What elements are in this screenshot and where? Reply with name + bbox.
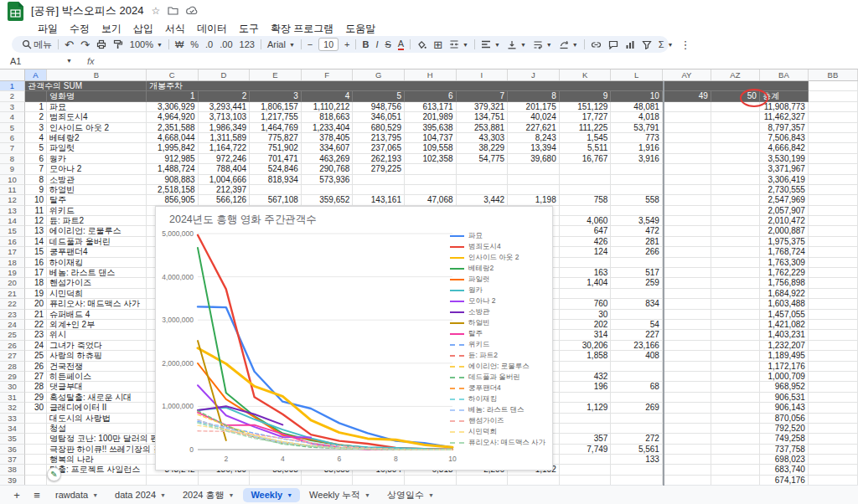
week-value-cell[interactable]: 1,311,589 <box>199 133 251 143</box>
week-value-cell[interactable]: 357 <box>560 434 612 444</box>
sheet-tab-rawdata[interactable]: rawdata▼ <box>48 488 106 502</box>
week-value-cell[interactable]: 613,171 <box>405 102 457 112</box>
cell[interactable] <box>809 102 858 112</box>
week-value-cell[interactable] <box>560 362 612 372</box>
movie-name-cell[interactable]: 명탐정 코난: 100만 달러의 펜타그램 <box>47 434 147 444</box>
cell[interactable] <box>809 133 858 143</box>
total-value-cell[interactable]: 698,023 <box>760 455 809 465</box>
week-value-cell[interactable]: 751,902 <box>250 143 302 153</box>
cell[interactable] <box>809 154 858 164</box>
row-header-19[interactable]: 19 <box>0 268 25 278</box>
rank-cell[interactable]: 26 <box>25 362 47 372</box>
cell[interactable] <box>809 445 858 455</box>
fill-color-button[interactable] <box>413 36 430 53</box>
week-value-cell[interactable]: 834 <box>611 299 663 309</box>
cell[interactable] <box>711 154 760 164</box>
week-value-cell[interactable]: 378,405 <box>302 133 354 143</box>
week-value-cell[interactable]: 1,129 <box>560 403 612 413</box>
column-header-B[interactable]: B <box>47 69 147 80</box>
week-value-cell[interactable]: 1,217,755 <box>250 112 302 122</box>
row-header-20[interactable]: 20 <box>0 278 25 288</box>
movie-name-cell[interactable]: 탈출: 프로젝트 사일런스 <box>47 465 147 475</box>
week-value-cell[interactable] <box>611 393 663 403</box>
print-button[interactable] <box>93 36 110 53</box>
select-all-corner[interactable] <box>0 69 25 80</box>
week-value-cell[interactable]: 567,108 <box>250 195 302 205</box>
more-formats-button[interactable]: 123 <box>236 36 258 53</box>
sheet-tab-menu-caret-icon[interactable]: ▼ <box>228 492 234 498</box>
week-value-cell[interactable] <box>353 185 405 195</box>
week-value-cell[interactable]: 104,737 <box>405 133 457 143</box>
week-value-cell[interactable]: 7,749 <box>560 445 612 455</box>
column-header-AZ[interactable]: AZ <box>711 69 760 80</box>
movie-name-cell[interactable]: 에이리언: 로물루스 <box>47 226 147 236</box>
week-value-cell[interactable] <box>560 393 612 403</box>
cell[interactable] <box>711 226 760 236</box>
row-header-25[interactable]: 25 <box>0 330 25 340</box>
rank-cell[interactable] <box>25 455 47 465</box>
font-size-increase-button[interactable]: + <box>341 36 353 53</box>
column-header-BB[interactable]: BB <box>809 69 858 80</box>
hidden-columns-divider[interactable] <box>663 81 664 486</box>
week-value-cell[interactable]: 788,404 <box>199 164 251 174</box>
row-header-38[interactable]: 38 <box>0 465 25 475</box>
sheet-tab-Weekly[interactable]: Weekly▼ <box>243 488 300 502</box>
rank-cell[interactable]: 13 <box>25 226 47 236</box>
week-value-cell[interactable]: 566,126 <box>199 195 251 205</box>
paint-format-button[interactable] <box>110 36 127 53</box>
week-value-cell[interactable]: 53,791 <box>611 123 663 133</box>
week-value-cell[interactable]: 1,164,722 <box>199 143 251 153</box>
week-value-cell[interactable] <box>611 175 663 185</box>
week-value-cell[interactable] <box>560 465 612 475</box>
sheet-tab-Weekly 누적[interactable]: Weekly 누적▼ <box>302 488 378 502</box>
movie-name-cell[interactable]: 베테랑2 <box>47 133 147 143</box>
horizontal-align-button[interactable]: ▼ <box>478 36 504 53</box>
rank-cell[interactable]: 6 <box>25 154 47 164</box>
cell[interactable] <box>711 414 760 424</box>
week-value-cell[interactable]: 3,549 <box>611 216 663 226</box>
cell[interactable] <box>711 195 760 205</box>
rank-cell[interactable]: 27 <box>25 372 47 382</box>
rank-cell[interactable]: 10 <box>25 195 47 205</box>
cell[interactable] <box>711 278 760 288</box>
row-header-27[interactable]: 27 <box>0 351 25 361</box>
week-value-cell[interactable]: 3,306,929 <box>147 102 199 112</box>
add-sheet-button[interactable]: + <box>7 489 27 501</box>
week-value-cell[interactable] <box>560 424 612 434</box>
week-value-cell[interactable]: 773 <box>611 133 663 143</box>
cell[interactable] <box>809 175 858 185</box>
cell[interactable] <box>809 310 858 320</box>
total-value-cell[interactable]: 906,531 <box>760 393 809 403</box>
week-value-cell[interactable]: 334,607 <box>302 143 354 153</box>
total-value-cell[interactable]: 8,797,357 <box>760 123 809 133</box>
week-value-cell[interactable]: 109,558 <box>405 143 457 153</box>
sheet-tab-2024 흥행[interactable]: 2024 흥행▼ <box>175 488 241 502</box>
week-header-cell[interactable]: 3 <box>250 91 302 101</box>
week-header-cell[interactable]: 8 <box>508 91 560 101</box>
week-value-cell[interactable]: 573,936 <box>302 175 354 185</box>
movie-name-cell[interactable]: 퓨리오사: 매드맥스 사가 <box>47 299 147 309</box>
week-value-cell[interactable]: 818,663 <box>302 112 354 122</box>
week-value-cell[interactable]: 212,397 <box>199 185 251 195</box>
week-value-cell[interactable]: 948,756 <box>353 102 405 112</box>
rank-cell[interactable]: 19 <box>25 289 47 299</box>
cell[interactable] <box>711 185 760 195</box>
sheet-tab-menu-caret-icon[interactable]: ▼ <box>364 492 370 498</box>
cell[interactable] <box>711 143 760 153</box>
row-header-4[interactable]: 4 <box>0 112 25 122</box>
rank-cell[interactable]: 20 <box>25 299 47 309</box>
week-header-cell[interactable]: 2 <box>199 91 251 101</box>
column-header-L[interactable]: L <box>611 69 663 80</box>
row-header-23[interactable]: 23 <box>0 310 25 320</box>
rank-cell[interactable]: 29 <box>25 393 47 403</box>
week-value-cell[interactable]: 39,680 <box>508 154 560 164</box>
cell[interactable] <box>809 185 858 195</box>
cell[interactable] <box>809 465 858 475</box>
cell[interactable] <box>711 403 760 413</box>
rank-cell[interactable]: 18 <box>25 278 47 288</box>
movie-name-cell[interactable]: 청설 <box>47 424 147 434</box>
insert-comment-button[interactable] <box>605 36 622 53</box>
row-header-1[interactable]: 1 <box>0 81 25 91</box>
movie-name-cell[interactable]: 하얼빈 <box>47 185 147 195</box>
cell[interactable] <box>711 455 760 465</box>
